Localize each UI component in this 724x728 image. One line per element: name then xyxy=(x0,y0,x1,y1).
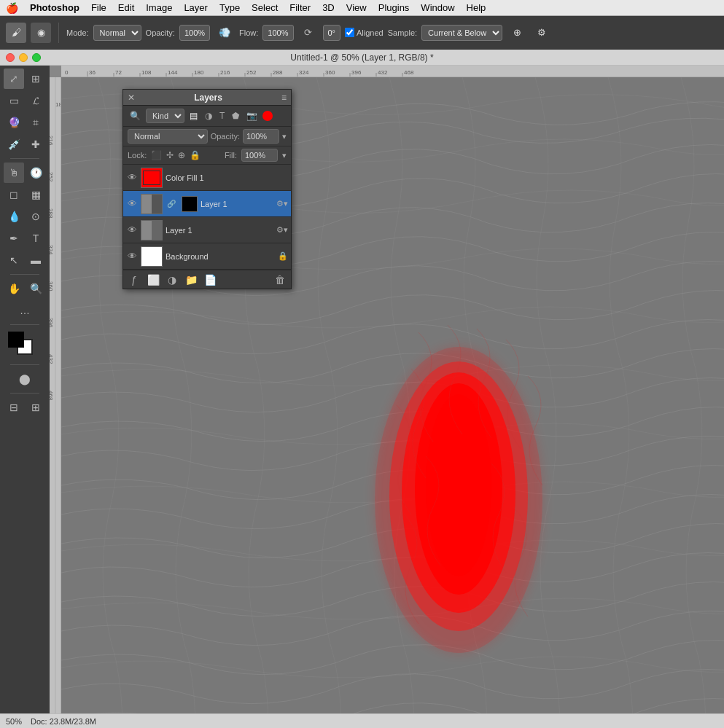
edit-menu[interactable]: Edit xyxy=(112,1,140,15)
opacity-chevron[interactable]: ▾ xyxy=(282,132,287,141)
crop-tool[interactable]: ⌗ xyxy=(26,112,46,133)
svg-text:324: 324 xyxy=(50,245,54,255)
new-layer-icon[interactable]: 📄 xyxy=(202,274,218,286)
layer-visibility-background[interactable]: 👁 xyxy=(126,251,138,262)
svg-text:396: 396 xyxy=(351,69,362,76)
apple-menu[interactable]: 🍎 xyxy=(6,2,18,14)
lock-pixels-icon[interactable]: ⬛ xyxy=(151,150,162,160)
layer-visibility-color-fill[interactable]: 👁 xyxy=(126,172,138,183)
canvas-container[interactable]: 0 36 72 108 144 180 216 252 288 xyxy=(50,66,724,713)
zoom-level[interactable]: 50% xyxy=(6,717,22,726)
angle-value[interactable]: 0° xyxy=(323,25,341,41)
maximize-button[interactable] xyxy=(32,53,41,62)
smart-filter-icon[interactable]: 📷 xyxy=(244,109,260,122)
opacity-value[interactable]: 100% xyxy=(179,25,210,41)
delete-layer-icon[interactable]: 🗑 xyxy=(272,274,288,286)
plugins-menu[interactable]: Plugins xyxy=(373,1,416,15)
layer-settings-icon-2[interactable]: ⚙▾ xyxy=(276,225,288,235)
airbrush-icon[interactable]: 💨 xyxy=(214,23,235,43)
color-filter-icon[interactable] xyxy=(262,111,273,121)
photoshop-menu[interactable]: Photoshop xyxy=(24,1,85,15)
brush-tool-icon[interactable]: 🖌 xyxy=(6,23,26,43)
layer-row-background[interactable]: 👁 Background 🔒 xyxy=(123,243,291,270)
aligned-checkbox[interactable]: Aligned xyxy=(345,28,384,37)
layers-panel-menu-icon[interactable]: ≡ xyxy=(281,93,287,103)
rectangular-marquee-tool[interactable]: ▭ xyxy=(4,90,24,111)
pressure-icon[interactable]: ⊕ xyxy=(507,23,527,43)
svg-text:108: 108 xyxy=(141,69,152,76)
pixel-filter-icon[interactable]: ▤ xyxy=(187,109,200,122)
layer-name-layer1-2: Layer 1 xyxy=(166,226,273,235)
svg-text:288: 288 xyxy=(273,69,283,76)
layer-menu[interactable]: Layer xyxy=(178,1,214,15)
new-group-icon[interactable]: 📁 xyxy=(183,274,199,286)
filter-menu[interactable]: Filter xyxy=(284,1,316,15)
svg-text:252: 252 xyxy=(246,69,257,76)
layer-settings-icon[interactable]: ⚙▾ xyxy=(276,199,288,208)
lock-artboards-icon[interactable]: ⊕ xyxy=(178,150,185,160)
fill-chevron[interactable]: ▾ xyxy=(282,151,287,160)
layer-row-layer1-mask[interactable]: 👁 🔗 Layer 1 ⚙▾ xyxy=(123,191,291,217)
lock-position-icon[interactable]: ✢ xyxy=(166,150,174,160)
move-tool[interactable]: ⤢ xyxy=(4,69,24,89)
mode-select[interactable]: Normal xyxy=(93,25,141,41)
extra-tools[interactable]: … xyxy=(15,300,35,321)
help-menu[interactable]: Help xyxy=(461,1,492,15)
zoom-tool[interactable]: 🔍 xyxy=(26,278,46,299)
layer-visibility-layer1-mask[interactable]: 👁 xyxy=(126,198,138,209)
artboard-tool[interactable]: ⊞ xyxy=(26,69,46,89)
flow-value[interactable]: 100% xyxy=(262,25,293,41)
text-filter-icon[interactable]: T xyxy=(217,109,227,122)
frame-mode-tool[interactable]: ⊞ xyxy=(26,397,46,418)
sample-label: Sample: xyxy=(388,28,417,37)
adjustment-filter-icon[interactable]: ◑ xyxy=(203,109,214,122)
view-menu[interactable]: View xyxy=(340,1,373,15)
path-selection-tool[interactable]: ↖ xyxy=(4,250,24,270)
screen-mode-tool[interactable]: ⊟ xyxy=(4,397,24,418)
layer-visibility-layer1[interactable]: 👁 xyxy=(126,224,138,235)
hand-tool[interactable]: ✋ xyxy=(4,278,24,299)
text-tool[interactable]: T xyxy=(26,228,46,248)
minimize-button[interactable] xyxy=(19,53,28,62)
brush-preset-icon[interactable]: ◉ xyxy=(31,23,51,43)
healing-tool[interactable]: ✚ xyxy=(26,134,46,154)
shape-filter-icon[interactable]: ⬟ xyxy=(230,109,241,122)
canvas-work-area[interactable]: ✕ Layers ≡ 🔍 Kind ▤ ◑ T ⬟ 📷 xyxy=(61,77,724,713)
quick-selection-tool[interactable]: 🔮 xyxy=(4,112,24,133)
3d-menu[interactable]: 3D xyxy=(316,1,340,15)
file-menu[interactable]: File xyxy=(85,1,112,15)
gradient-tool[interactable]: ▦ xyxy=(26,184,46,205)
quick-mask-tool[interactable]: ⬤ xyxy=(15,369,35,389)
blur-tool[interactable]: 💧 xyxy=(4,206,24,227)
layer-row-color-fill[interactable]: 👁 Color Fill 1 xyxy=(123,165,291,191)
add-mask-icon[interactable]: ⬜ xyxy=(145,274,161,286)
eyedropper-tool[interactable]: 💉 xyxy=(4,134,24,154)
clone-stamp-tool[interactable]: 🖱 xyxy=(4,163,24,183)
blend-mode-select[interactable]: Normal xyxy=(128,129,208,144)
smoothing-icon[interactable]: ⟳ xyxy=(298,23,319,43)
new-fill-layer-icon[interactable]: ◑ xyxy=(164,274,180,286)
image-menu[interactable]: Image xyxy=(140,1,178,15)
opacity-field[interactable]: 100% xyxy=(243,129,279,144)
window-menu[interactable]: Window xyxy=(415,1,460,15)
type-menu[interactable]: Type xyxy=(214,1,246,15)
lock-all-icon[interactable]: 🔒 xyxy=(190,150,201,160)
layer-thumb-background xyxy=(141,246,163,267)
add-layer-style-icon[interactable]: ƒ xyxy=(126,274,142,286)
dodge-tool[interactable]: ⊙ xyxy=(26,206,46,227)
eraser-tool[interactable]: ◻ xyxy=(4,184,24,205)
history-brush-tool[interactable]: 🕐 xyxy=(26,163,46,183)
fill-field[interactable]: 100% xyxy=(241,149,278,162)
brush-settings-icon[interactable]: ⚙ xyxy=(532,23,552,43)
shape-tool[interactable]: ▬ xyxy=(26,250,46,270)
layer-row-layer1[interactable]: 👁 Layer 1 ⚙▾ xyxy=(123,217,291,243)
select-menu[interactable]: Select xyxy=(246,1,284,15)
sample-select[interactable]: Current & Below xyxy=(421,25,502,41)
foreground-color-swatch[interactable] xyxy=(8,332,24,348)
kind-select[interactable]: Kind xyxy=(146,109,184,123)
layer-mask-thumb[interactable] xyxy=(182,196,198,212)
pen-tool[interactable]: ✒ xyxy=(4,228,24,248)
close-button[interactable] xyxy=(6,53,15,62)
layers-close-icon[interactable]: ✕ xyxy=(128,93,135,103)
lasso-tool[interactable]: 𝓛 xyxy=(26,90,46,111)
